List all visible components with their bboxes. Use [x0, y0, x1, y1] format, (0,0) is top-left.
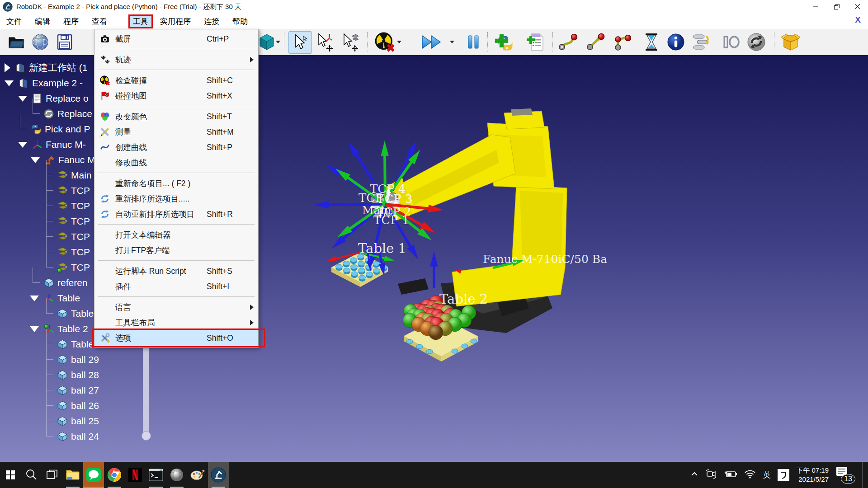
menu-item-reorder-selected[interactable]: 重新排序所选项目..... [94, 191, 258, 206]
chevron-down-icon[interactable] [31, 157, 40, 163]
meet-now-icon[interactable] [705, 469, 717, 481]
minimize-button[interactable] [806, 0, 826, 14]
menu-item-auto-reorder[interactable]: 自动重新排序所选项目Shift+R [94, 206, 258, 222]
select-tool-button[interactable] [288, 31, 312, 54]
file-explorer-button[interactable] [62, 462, 83, 488]
menu-item-run-script[interactable]: 运行脚本 Run ScriptShift+S [94, 263, 258, 279]
menu-item-toolbar-layout[interactable]: 工具栏布局 [94, 315, 258, 330]
wifi-icon[interactable] [744, 469, 756, 480]
tree-item[interactable]: Fanuc M [31, 152, 95, 168]
tree-item[interactable]: TCP [57, 260, 90, 275]
close-button[interactable] [847, 0, 868, 14]
tree-item[interactable]: Table [30, 291, 80, 306]
collision-dropdown-arrow-icon[interactable] [397, 41, 401, 43]
hidden-icons-chevron[interactable] [690, 471, 698, 479]
chevron-down-icon[interactable] [30, 326, 39, 332]
pause-instruction-button[interactable] [640, 31, 663, 53]
open-file-button[interactable] [5, 31, 28, 53]
tree-item[interactable]: Example 2 - [5, 75, 83, 91]
save-station-button[interactable] [53, 31, 76, 53]
tree-item[interactable]: Table 2 [30, 321, 88, 337]
tree-item[interactable]: 新建工作站 (1 [5, 60, 88, 75]
tree-item[interactable]: ball 29 [57, 352, 99, 367]
chevron-down-icon[interactable] [30, 296, 39, 301]
start-button[interactable] [0, 462, 21, 488]
io-instruction-button[interactable] [720, 31, 742, 53]
tree-item[interactable]: Replace [43, 106, 92, 122]
program-call-instruction-button[interactable] [691, 31, 713, 53]
tree-item[interactable]: ball 28 [57, 367, 99, 383]
chevron-right-icon[interactable] [5, 63, 10, 72]
menubar-item-view[interactable]: 查看 [87, 14, 112, 28]
menu-item-trace[interactable]: 轨迹 [94, 52, 258, 67]
battery-icon[interactable] [724, 469, 737, 480]
menubar-item-edit[interactable]: 编辑 [30, 14, 55, 28]
ime-bopomofo-icon[interactable] [778, 469, 789, 481]
menu-item-plugins[interactable]: 插件Shift+I [94, 279, 258, 294]
tree-item[interactable]: Main [57, 168, 92, 183]
tree-item[interactable]: TCP [57, 214, 90, 229]
tree-item[interactable]: TCP [57, 198, 90, 214]
terminal-button[interactable] [146, 462, 166, 488]
chevron-down-icon[interactable] [18, 96, 27, 102]
tree-item[interactable]: TCP [57, 229, 90, 244]
menu-item-language[interactable]: 语言 [94, 300, 258, 315]
simulation-dropdown-arrow-icon[interactable] [450, 41, 454, 43]
panel-close-x[interactable]: X [855, 15, 861, 25]
move-tool-tcp-button[interactable] [339, 31, 362, 53]
menubar-item-utilities[interactable]: 实用程序 [156, 14, 195, 28]
search-button[interactable] [21, 462, 42, 488]
teach-target-joint-button[interactable] [611, 31, 634, 53]
task-view-button[interactable] [42, 462, 62, 488]
menubar-item-file[interactable]: 文件 [2, 14, 26, 28]
tree-item[interactable]: ball 27 [57, 383, 99, 398]
menu-item-screenshot[interactable]: 截屏Ctrl+P [94, 31, 258, 47]
menu-item-create-curve[interactable]: 创建曲线Shift+P [94, 140, 258, 155]
menubar-item-program[interactable]: 程序 [59, 14, 83, 28]
menu-item-collision-map[interactable]: 碰撞地图Shift+X [94, 88, 258, 103]
sphere-app-button[interactable] [166, 462, 187, 488]
tree-item[interactable]: ball 26 [57, 398, 99, 413]
menu-item-check-collisions[interactable]: 检查碰撞Shift+C [94, 73, 258, 88]
menubar-item-tools[interactable]: 工具 [128, 14, 153, 28]
show-message-instruction-button[interactable] [665, 31, 687, 53]
tree-item[interactable]: ball 25 [57, 413, 99, 429]
menu-item-change-color[interactable]: 改变颜色Shift+T [94, 109, 258, 124]
tree-item[interactable]: TCP [57, 244, 90, 260]
teach-target-curve-button[interactable] [557, 31, 580, 53]
tree-item[interactable]: TCP [57, 183, 90, 198]
taskbar-clock[interactable]: 下午 07:19 2021/5/27 [796, 466, 829, 484]
tree-item[interactable]: Replace o [18, 91, 89, 106]
chevron-down-icon[interactable] [5, 80, 14, 86]
menu-item-modify-curve[interactable]: 修改曲线 [94, 155, 258, 170]
menu-item-open-text-editor[interactable]: 打开文本编辑器 [94, 227, 258, 243]
menubar-item-help[interactable]: 帮助 [228, 14, 252, 28]
teach-target-linear-button[interactable] [584, 31, 607, 53]
show-desktop-button[interactable] [862, 462, 863, 488]
open-online-library-button[interactable] [29, 31, 52, 53]
menubar-item-connect[interactable]: 连接 [199, 14, 224, 28]
menu-item-measure[interactable]: 测量Shift+M [94, 124, 258, 140]
connect-sync-button[interactable] [745, 31, 768, 53]
pause-simulation-button[interactable] [462, 31, 485, 53]
tree-item[interactable]: Pick and P [31, 122, 90, 137]
menu-item-rename[interactable]: 重新命名项目... ( F2 ) [94, 176, 258, 191]
ime-language-indicator[interactable]: 英 [763, 469, 771, 480]
tree-item[interactable]: ball 24 [57, 429, 99, 444]
maximize-button[interactable] [826, 0, 847, 14]
robodk-taskbar-button[interactable] [208, 462, 229, 488]
chevron-down-icon[interactable] [18, 142, 27, 148]
move-reference-tool-button[interactable] [314, 31, 336, 53]
menu-item-open-ftp[interactable]: 打开FTP客户端 [94, 243, 258, 258]
paint-button[interactable] [187, 462, 208, 488]
add-python-program-button[interactable] [493, 31, 515, 53]
fast-simulation-button[interactable] [418, 31, 446, 53]
view-isometric-button[interactable] [255, 31, 278, 53]
tree-item[interactable]: Table [57, 337, 94, 352]
netflix-button[interactable] [125, 462, 146, 488]
tree-item[interactable]: Table [57, 306, 94, 321]
line-app-button[interactable] [83, 462, 104, 488]
add-program-button[interactable] [524, 31, 547, 53]
library-package-button[interactable] [779, 31, 802, 53]
notification-center-button[interactable]: 13 [835, 466, 855, 484]
